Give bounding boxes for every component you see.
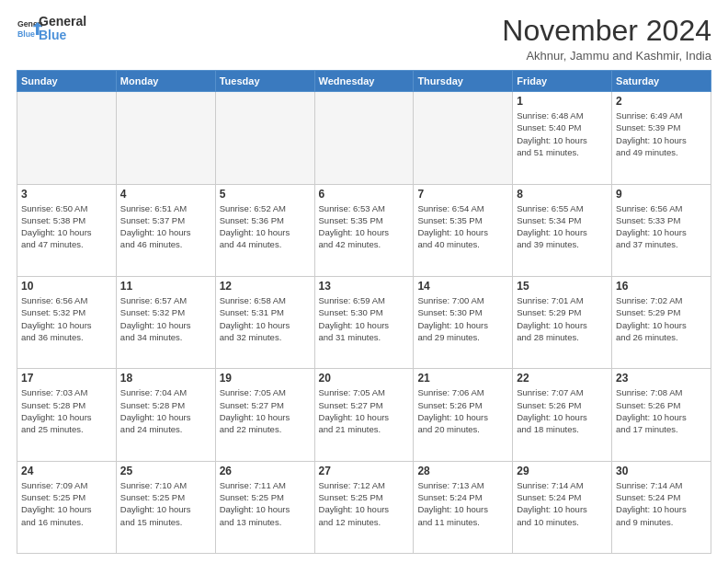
calendar-cell: 5Sunrise: 6:52 AM Sunset: 5:36 PM Daylig… xyxy=(215,184,314,276)
header-monday: Monday xyxy=(116,71,215,92)
calendar-week-3: 10Sunrise: 6:56 AM Sunset: 5:32 PM Dayli… xyxy=(17,276,711,368)
day-info: Sunrise: 6:56 AM Sunset: 5:32 PM Dayligh… xyxy=(21,294,112,343)
day-number: 12 xyxy=(220,280,311,293)
calendar-cell xyxy=(414,92,513,184)
calendar-cell: 27Sunrise: 7:12 AM Sunset: 5:25 PM Dayli… xyxy=(314,461,414,553)
calendar-week-5: 24Sunrise: 7:09 AM Sunset: 5:25 PM Dayli… xyxy=(17,461,711,553)
calendar-table: SundayMondayTuesdayWednesdayThursdayFrid… xyxy=(17,70,711,554)
day-info: Sunrise: 6:52 AM Sunset: 5:36 PM Dayligh… xyxy=(220,202,311,251)
header-tuesday: Tuesday xyxy=(215,71,314,92)
day-info: Sunrise: 6:56 AM Sunset: 5:33 PM Dayligh… xyxy=(616,202,707,251)
calendar-cell: 9Sunrise: 6:56 AM Sunset: 5:33 PM Daylig… xyxy=(612,184,711,276)
calendar-cell: 21Sunrise: 7:06 AM Sunset: 5:26 PM Dayli… xyxy=(414,369,513,461)
day-info: Sunrise: 6:48 AM Sunset: 5:40 PM Dayligh… xyxy=(517,109,608,158)
header-sunday: Sunday xyxy=(17,71,117,92)
calendar-cell xyxy=(314,92,414,184)
calendar-cell: 28Sunrise: 7:13 AM Sunset: 5:24 PM Dayli… xyxy=(414,461,513,553)
calendar-cell: 3Sunrise: 6:50 AM Sunset: 5:38 PM Daylig… xyxy=(17,184,117,276)
day-info: Sunrise: 7:14 AM Sunset: 5:24 PM Dayligh… xyxy=(616,479,707,528)
day-number: 5 xyxy=(220,188,311,201)
calendar-cell: 10Sunrise: 6:56 AM Sunset: 5:32 PM Dayli… xyxy=(17,276,117,368)
day-info: Sunrise: 7:08 AM Sunset: 5:26 PM Dayligh… xyxy=(616,386,707,435)
day-number: 22 xyxy=(517,372,608,385)
day-number: 13 xyxy=(319,280,410,293)
day-number: 30 xyxy=(616,465,707,477)
day-info: Sunrise: 6:57 AM Sunset: 5:32 PM Dayligh… xyxy=(120,294,211,343)
day-info: Sunrise: 7:07 AM Sunset: 5:26 PM Dayligh… xyxy=(517,386,608,435)
day-info: Sunrise: 7:05 AM Sunset: 5:27 PM Dayligh… xyxy=(220,386,311,435)
day-info: Sunrise: 7:09 AM Sunset: 5:25 PM Dayligh… xyxy=(21,479,112,528)
day-number: 19 xyxy=(220,372,311,385)
logo-blue: Blue xyxy=(39,29,86,42)
day-number: 3 xyxy=(21,188,112,201)
day-number: 25 xyxy=(120,465,211,477)
day-info: Sunrise: 6:54 AM Sunset: 5:35 PM Dayligh… xyxy=(417,202,508,251)
calendar-week-4: 17Sunrise: 7:03 AM Sunset: 5:28 PM Dayli… xyxy=(17,369,711,461)
day-number: 8 xyxy=(517,188,608,201)
calendar-cell: 8Sunrise: 6:55 AM Sunset: 5:34 PM Daylig… xyxy=(513,184,612,276)
day-number: 18 xyxy=(120,372,211,385)
day-info: Sunrise: 7:14 AM Sunset: 5:24 PM Dayligh… xyxy=(517,479,608,528)
day-number: 29 xyxy=(517,465,608,477)
day-info: Sunrise: 7:00 AM Sunset: 5:30 PM Dayligh… xyxy=(417,294,508,343)
calendar-cell: 18Sunrise: 7:04 AM Sunset: 5:28 PM Dayli… xyxy=(116,369,215,461)
day-number: 28 xyxy=(417,465,508,477)
day-number: 23 xyxy=(616,372,707,385)
calendar-cell xyxy=(215,92,314,184)
svg-text:Blue: Blue xyxy=(17,29,35,39)
logo: General Blue General Blue xyxy=(17,15,86,43)
calendar-cell: 17Sunrise: 7:03 AM Sunset: 5:28 PM Dayli… xyxy=(17,369,117,461)
title-block: November 2024 Akhnur, Jammu and Kashmir,… xyxy=(502,15,711,63)
calendar-cell: 25Sunrise: 7:10 AM Sunset: 5:25 PM Dayli… xyxy=(116,461,215,553)
header-friday: Friday xyxy=(513,71,612,92)
calendar-header-row: SundayMondayTuesdayWednesdayThursdayFrid… xyxy=(17,71,711,92)
day-info: Sunrise: 6:49 AM Sunset: 5:39 PM Dayligh… xyxy=(616,109,707,158)
location-subtitle: Akhnur, Jammu and Kashmir, India xyxy=(502,49,711,63)
day-info: Sunrise: 6:58 AM Sunset: 5:31 PM Dayligh… xyxy=(220,294,311,343)
day-number: 15 xyxy=(517,280,608,293)
day-number: 10 xyxy=(21,280,112,293)
calendar-week-1: 1Sunrise: 6:48 AM Sunset: 5:40 PM Daylig… xyxy=(17,92,711,184)
day-number: 4 xyxy=(120,188,211,201)
header-thursday: Thursday xyxy=(414,71,513,92)
day-number: 7 xyxy=(417,188,508,201)
header: General Blue General Blue November 2024 … xyxy=(17,15,711,63)
calendar-cell: 11Sunrise: 6:57 AM Sunset: 5:32 PM Dayli… xyxy=(116,276,215,368)
day-number: 11 xyxy=(120,280,211,293)
calendar-cell: 14Sunrise: 7:00 AM Sunset: 5:30 PM Dayli… xyxy=(414,276,513,368)
calendar-cell: 29Sunrise: 7:14 AM Sunset: 5:24 PM Dayli… xyxy=(513,461,612,553)
calendar-cell: 16Sunrise: 7:02 AM Sunset: 5:29 PM Dayli… xyxy=(612,276,711,368)
day-info: Sunrise: 7:06 AM Sunset: 5:26 PM Dayligh… xyxy=(417,386,508,435)
header-wednesday: Wednesday xyxy=(314,71,414,92)
day-number: 17 xyxy=(21,372,112,385)
day-number: 9 xyxy=(616,188,707,201)
calendar-cell: 26Sunrise: 7:11 AM Sunset: 5:25 PM Dayli… xyxy=(215,461,314,553)
day-number: 1 xyxy=(517,95,608,108)
month-title: November 2024 xyxy=(502,15,711,47)
calendar-cell: 1Sunrise: 6:48 AM Sunset: 5:40 PM Daylig… xyxy=(513,92,612,184)
calendar-cell: 24Sunrise: 7:09 AM Sunset: 5:25 PM Dayli… xyxy=(17,461,117,553)
day-info: Sunrise: 7:02 AM Sunset: 5:29 PM Dayligh… xyxy=(616,294,707,343)
logo-general: General xyxy=(39,15,86,29)
calendar-cell: 13Sunrise: 6:59 AM Sunset: 5:30 PM Dayli… xyxy=(314,276,414,368)
day-info: Sunrise: 7:12 AM Sunset: 5:25 PM Dayligh… xyxy=(319,479,410,528)
day-info: Sunrise: 7:05 AM Sunset: 5:27 PM Dayligh… xyxy=(319,386,410,435)
page: General Blue General Blue November 2024 … xyxy=(0,0,728,563)
day-info: Sunrise: 6:53 AM Sunset: 5:35 PM Dayligh… xyxy=(319,202,410,251)
day-info: Sunrise: 6:50 AM Sunset: 5:38 PM Dayligh… xyxy=(21,202,112,251)
day-info: Sunrise: 7:13 AM Sunset: 5:24 PM Dayligh… xyxy=(417,479,508,528)
day-number: 24 xyxy=(21,465,112,477)
day-number: 20 xyxy=(319,372,410,385)
calendar-cell: 2Sunrise: 6:49 AM Sunset: 5:39 PM Daylig… xyxy=(612,92,711,184)
day-info: Sunrise: 6:51 AM Sunset: 5:37 PM Dayligh… xyxy=(120,202,211,251)
calendar-cell: 30Sunrise: 7:14 AM Sunset: 5:24 PM Dayli… xyxy=(612,461,711,553)
calendar-cell: 23Sunrise: 7:08 AM Sunset: 5:26 PM Dayli… xyxy=(612,369,711,461)
calendar-cell: 7Sunrise: 6:54 AM Sunset: 5:35 PM Daylig… xyxy=(414,184,513,276)
day-number: 6 xyxy=(319,188,410,201)
calendar-cell: 15Sunrise: 7:01 AM Sunset: 5:29 PM Dayli… xyxy=(513,276,612,368)
day-info: Sunrise: 7:03 AM Sunset: 5:28 PM Dayligh… xyxy=(21,386,112,435)
calendar-cell xyxy=(17,92,117,184)
calendar-cell: 6Sunrise: 6:53 AM Sunset: 5:35 PM Daylig… xyxy=(314,184,414,276)
day-number: 16 xyxy=(616,280,707,293)
calendar-week-2: 3Sunrise: 6:50 AM Sunset: 5:38 PM Daylig… xyxy=(17,184,711,276)
